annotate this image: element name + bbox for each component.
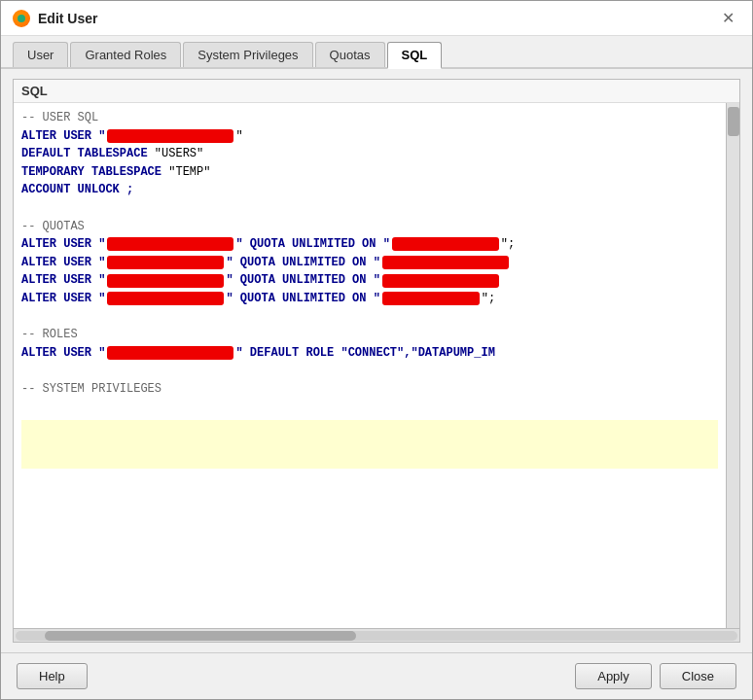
- redacted-q2-ts: [382, 256, 509, 269]
- kw-temp-ts: TEMPORARY TABLESPACE: [21, 163, 168, 182]
- title-bar-left: Edit User: [13, 10, 97, 27]
- kw-alter-user-q3: ALTER USER ": [21, 271, 105, 290]
- kw-alter-user-q4: ALTER USER ": [21, 290, 105, 308]
- redacted-q4-ts: [382, 292, 480, 305]
- sql-line: ALTER USER "": [21, 127, 718, 146]
- vscroll-thumb[interactable]: [728, 107, 739, 136]
- kw-alter-user-q1: ALTER USER ": [21, 235, 105, 254]
- sql-line: -- ROLES: [21, 326, 718, 344]
- close-button[interactable]: Close: [660, 663, 736, 689]
- kw-default-role: " DEFAULT ROLE "CONNECT","DATAPUMP_IM: [235, 344, 494, 363]
- app-icon: [13, 10, 30, 27]
- hscroll-track[interactable]: [16, 631, 737, 641]
- footer: Help Apply Close: [1, 652, 752, 699]
- sql-line: TEMPORARY TABLESPACE "TEMP": [21, 163, 718, 182]
- tab-user[interactable]: User: [13, 42, 68, 67]
- kw-quota-q3: " QUOTA UNLIMITED ON ": [226, 271, 379, 290]
- redacted-q1-ts: [392, 237, 499, 251]
- kw-alter-user-q2: ALTER USER ": [21, 254, 105, 272]
- redacted-q3-ts: [382, 274, 499, 288]
- str-q1-end: ";: [501, 235, 515, 254]
- title-bar: Edit User ✕: [1, 1, 752, 36]
- close-icon[interactable]: ✕: [716, 9, 740, 28]
- comment-roles: -- ROLES: [21, 326, 78, 344]
- sql-empty-1: [21, 199, 718, 218]
- redacted-q1: [107, 237, 233, 251]
- str-q4-end: ";: [482, 290, 495, 308]
- sql-line: -- QUOTAS: [21, 218, 718, 236]
- yellow-highlight-block: [21, 420, 718, 469]
- kw-default-ts: DEFAULT TABLESPACE: [21, 145, 155, 163]
- kw-alter-user-1: ALTER USER ": [21, 127, 105, 146]
- redacted-username-1: [107, 129, 233, 143]
- kw-alter-user-role: ALTER USER ": [21, 344, 105, 363]
- comment-quotas: -- QUOTAS: [21, 218, 85, 236]
- kw-quota-q2: " QUOTA UNLIMITED ON ": [226, 254, 379, 272]
- redacted-q3: [107, 274, 224, 288]
- sql-line: -- USER SQL: [21, 109, 718, 127]
- str-users: "USERS": [155, 145, 203, 163]
- footer-right: Apply Close: [575, 663, 736, 689]
- sql-line: DEFAULT TABLESPACE "USERS": [21, 145, 718, 163]
- tab-sql[interactable]: SQL: [387, 42, 443, 69]
- kw-quota-q1: " QUOTA UNLIMITED ON ": [235, 235, 389, 254]
- tab-quotas[interactable]: Quotas: [315, 42, 385, 67]
- sql-empty-4: [21, 399, 718, 417]
- sql-body: -- USER SQL ALTER USER "" DEFAULT TABLES…: [14, 103, 739, 628]
- comment-user-sql: -- USER SQL: [21, 109, 98, 127]
- sql-line: ALTER USER "" QUOTA UNLIMITED ON "";: [21, 235, 718, 254]
- dialog-title: Edit User: [38, 11, 97, 26]
- redacted-role: [107, 346, 233, 360]
- tab-system-privileges[interactable]: System Privileges: [183, 42, 312, 67]
- sql-line: -- SYSTEM PRIVILEGES: [21, 380, 718, 399]
- sql-line: ACCOUNT UNLOCK ;: [21, 181, 718, 199]
- str-quote-1: ": [235, 127, 242, 146]
- redacted-q4: [107, 292, 224, 305]
- tab-granted-roles[interactable]: Granted Roles: [70, 42, 181, 67]
- redacted-q2: [107, 256, 224, 269]
- apply-button[interactable]: Apply: [575, 663, 652, 689]
- sql-line: ALTER USER "" QUOTA UNLIMITED ON "";: [21, 290, 718, 308]
- tabs-bar: User Granted Roles System Privileges Quo…: [1, 36, 752, 69]
- hscroll-thumb[interactable]: [45, 631, 356, 641]
- sql-line: ALTER USER "" QUOTA UNLIMITED ON ": [21, 254, 718, 272]
- content-area: SQL -- USER SQL ALTER USER "" DEFAULT TA…: [1, 69, 752, 652]
- edit-user-dialog: Edit User ✕ User Granted Roles System Pr…: [0, 0, 753, 700]
- kw-account-unlock: ACCOUNT UNLOCK ;: [21, 181, 133, 199]
- sql-empty-3: [21, 362, 718, 380]
- sql-panel-header: SQL: [14, 80, 739, 103]
- horizontal-scrollbar[interactable]: [14, 628, 739, 642]
- kw-quota-q4: " QUOTA UNLIMITED ON ": [226, 290, 379, 308]
- str-temp: "TEMP": [168, 163, 210, 182]
- comment-sys-priv: -- SYSTEM PRIVILEGES: [21, 380, 161, 399]
- sql-line: ALTER USER "" QUOTA UNLIMITED ON ": [21, 271, 718, 290]
- sql-panel: SQL -- USER SQL ALTER USER "" DEFAULT TA…: [13, 79, 740, 643]
- sql-empty-2: [21, 308, 718, 327]
- sql-line: ALTER USER "" DEFAULT ROLE "CONNECT","DA…: [21, 344, 718, 363]
- sql-text-area[interactable]: -- USER SQL ALTER USER "" DEFAULT TABLES…: [14, 103, 726, 628]
- vertical-scrollbar[interactable]: [726, 103, 739, 628]
- help-button[interactable]: Help: [17, 663, 88, 689]
